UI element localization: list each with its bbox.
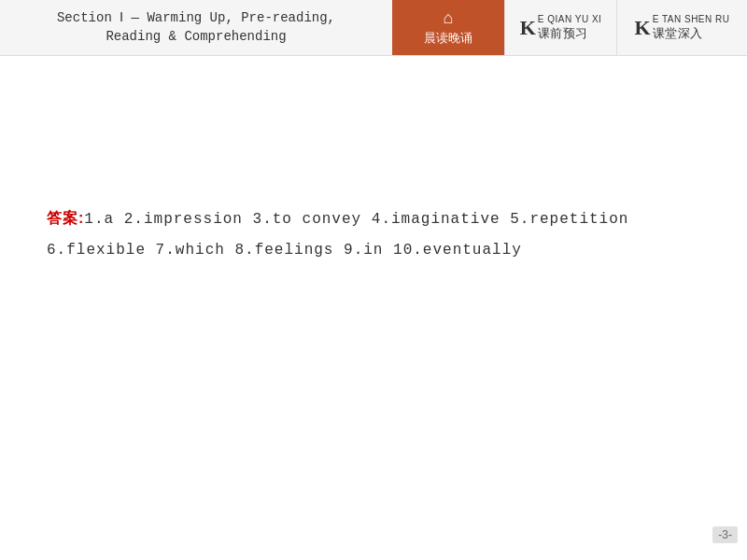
tab-chendu[interactable]: ⌂ 晨读晚诵 xyxy=(392,0,504,55)
answer-label: 答案: xyxy=(47,210,84,226)
tab-ktsr[interactable]: K E TAN SHEN RU 课堂深入 xyxy=(616,0,747,55)
tab-chendu-label: 晨读晚诵 xyxy=(424,30,472,47)
answer-line2: 6.flexible 7.which 8.feelings 9.in 10.ev… xyxy=(47,237,700,264)
answer-area: 答案:1.a 2.impression 3.to convey 4.imagin… xyxy=(47,205,700,264)
home-icon: ⌂ xyxy=(444,8,454,28)
tab-section: Section Ⅰ — Warming Up, Pre-reading, Rea… xyxy=(0,0,392,55)
tab-kqyx-sub: E QIAN YU XI xyxy=(538,14,602,24)
main-content: 答案:1.a 2.impression 3.to convey 4.imagin… xyxy=(0,56,747,551)
tab-kqyx-letter: K xyxy=(520,16,536,40)
tab-ktsr-top: K E TAN SHEN RU 课堂深入 xyxy=(635,13,730,42)
tab-kqyx-chinese: 课前预习 xyxy=(538,25,602,42)
page-number: -3- xyxy=(712,526,738,543)
tab-ktsr-chinese: 课堂深入 xyxy=(653,25,730,42)
tab-kqyx[interactable]: K E QIAN YU XI 课前预习 xyxy=(504,0,616,55)
tab-kqyx-top: K E QIAN YU XI 课前预习 xyxy=(520,13,602,42)
tab-ktsr-letter: K xyxy=(635,16,651,40)
tab-ktsr-sub: E TAN SHEN RU xyxy=(653,14,730,24)
header-tabs: Section Ⅰ — Warming Up, Pre-reading, Rea… xyxy=(0,0,747,56)
section-title: Section Ⅰ — Warming Up, Pre-reading, Rea… xyxy=(57,9,335,46)
answer-text-line1: 1.a 2.impression 3.to convey 4.imaginati… xyxy=(84,211,628,228)
answer-line1: 答案:1.a 2.impression 3.to convey 4.imagin… xyxy=(47,205,700,233)
